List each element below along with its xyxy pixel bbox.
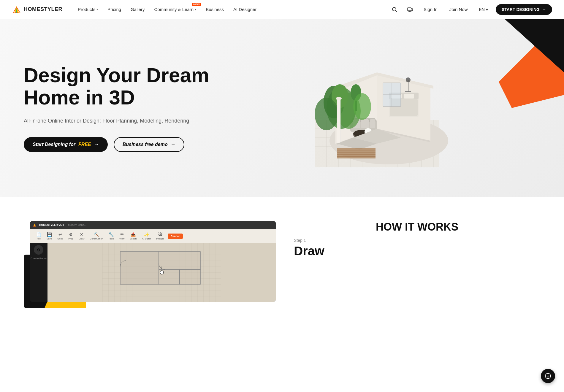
app-screenshot: HOMESTYLER V5.0 Modern Boho... 📄 File 💾 …: [30, 221, 276, 302]
device-button[interactable]: [405, 4, 415, 15]
business-demo-button[interactable]: Business free demo →: [114, 137, 184, 152]
app-export-btn[interactable]: 📤 Export: [128, 231, 138, 241]
clear-icon: ✕: [80, 232, 83, 237]
svg-rect-5: [408, 8, 411, 11]
chevron-down-icon-community: ▾: [195, 8, 196, 11]
how-it-works-left: HOMESTYLER V5.0 Modern Boho... 📄 File 💾 …: [24, 221, 270, 308]
section-title: HOW IT WORKS: [294, 221, 540, 233]
logo-text: HOMESTYLER: [24, 6, 62, 12]
app-logo-icon: [33, 223, 37, 227]
view-icon: 👁: [120, 232, 124, 237]
nav-community[interactable]: Community & Learn NEW ▾: [151, 4, 200, 14]
svg-rect-60: [337, 148, 376, 158]
app-toolbar-row: 📄 File 💾 Save ↩ Undo ⚙ Prop ✕ Clear: [30, 229, 276, 243]
app-images-btn[interactable]: 🖼 Images: [155, 231, 166, 241]
hero-buttons: Start Designing for FREE → Business free…: [24, 137, 214, 152]
images-icon: 🖼: [158, 232, 162, 237]
arrow-icon-secondary: →: [171, 142, 175, 147]
language-selector[interactable]: EN ▾: [476, 5, 491, 14]
prop-icon: ⚙: [69, 232, 73, 237]
new-badge: NEW: [192, 3, 201, 6]
house-3d-svg: [291, 37, 463, 179]
svg-rect-33: [370, 119, 375, 128]
app-sidebar: ⚙ Create Room: [30, 243, 47, 302]
chevron-down-icon-lang: ▾: [486, 7, 488, 12]
svg-line-4: [396, 10, 397, 12]
app-sidebar-gear-btn[interactable]: ⚙: [34, 245, 43, 255]
step-title: Draw: [294, 244, 540, 258]
save-icon: 💾: [47, 232, 52, 237]
svg-point-57: [336, 97, 342, 100]
construction-icon: 🔨: [94, 232, 99, 237]
floorplan-svg: [47, 243, 276, 302]
svg-point-54: [353, 93, 371, 120]
nav-pricing[interactable]: Pricing: [104, 4, 125, 14]
app-prop-btn[interactable]: ⚙ Prop: [66, 231, 75, 241]
chevron-down-icon: ▾: [96, 8, 98, 11]
hero-content: Design Your Dream Home in 3D All-in-one …: [24, 64, 214, 152]
sign-in-button[interactable]: Sign In: [420, 4, 441, 14]
start-designing-nav-button[interactable]: START DESIGNING →: [496, 4, 552, 15]
how-it-works-section: HOMESTYLER V5.0 Modern Boho... 📄 File 💾 …: [0, 197, 564, 320]
file-icon: 📄: [36, 232, 41, 237]
svg-point-53: [315, 98, 338, 130]
house-3d-visual: [291, 37, 463, 179]
svg-point-72: [160, 271, 164, 274]
app-clear-btn[interactable]: ✕ Clear: [77, 231, 86, 241]
svg-rect-71: [180, 269, 200, 284]
svg-rect-39: [404, 94, 414, 99]
nav-business[interactable]: Business: [202, 4, 227, 14]
tools-icon: 🔧: [109, 232, 114, 237]
hero-image-area: [214, 37, 540, 179]
arrow-icon: →: [542, 7, 546, 12]
hero-title: Design Your Dream Home in 3D: [24, 64, 214, 109]
hero-subtitle: All-in-one Online Interior Design: Floor…: [24, 117, 214, 125]
svg-rect-56: [337, 99, 340, 144]
app-construction-btn[interactable]: 🔨 Construction: [88, 231, 105, 241]
how-it-works-right: HOW IT WORKS Step 1 Draw: [294, 221, 540, 258]
nav-ai-designer[interactable]: AI Designer: [230, 4, 260, 14]
svg-rect-68: [120, 252, 159, 284]
step-number: Step 1: [294, 238, 540, 243]
export-icon: 📤: [131, 232, 136, 237]
device-icon: [407, 7, 413, 12]
join-now-button[interactable]: Join Now: [446, 4, 471, 14]
app-tools-btn[interactable]: 🔧 Tools: [107, 231, 116, 241]
logo-link[interactable]: HOMESTYLER: [12, 5, 62, 14]
app-render-btn[interactable]: Render: [168, 234, 183, 239]
svg-rect-69: [159, 252, 200, 269]
navbar: HOMESTYLER Products ▾ Pricing Gallery Co…: [0, 0, 564, 19]
nav-links: Products ▾ Pricing Gallery Community & L…: [74, 4, 389, 14]
app-ai-styler-btn[interactable]: ✨ AI Styler: [140, 231, 153, 241]
nav-products[interactable]: Products ▾: [74, 4, 102, 14]
app-save-btn[interactable]: 💾 Save: [45, 231, 54, 241]
app-view-btn[interactable]: 👁 View: [118, 231, 126, 241]
search-button[interactable]: [389, 4, 400, 15]
app-create-room-btn[interactable]: Create Room: [31, 257, 47, 260]
app-undo-btn[interactable]: ↩ Undo: [56, 231, 65, 241]
nav-right: Sign In Join Now EN ▾ START DESIGNING →: [389, 4, 552, 15]
start-designing-hero-button[interactable]: Start Designing for FREE →: [24, 137, 108, 152]
app-project-name: Modern Boho...: [68, 223, 87, 226]
logo-icon: [12, 5, 21, 14]
search-icon: [392, 7, 397, 12]
app-file-btn[interactable]: 📄 File: [34, 231, 43, 241]
nav-gallery[interactable]: Gallery: [127, 4, 148, 14]
hero-section: Design Your Dream Home in 3D All-in-one …: [0, 19, 564, 197]
app-main-canvas: [47, 243, 276, 302]
ai-styler-icon: ✨: [144, 232, 149, 237]
arrow-icon-primary: →: [94, 142, 99, 147]
app-title: HOMESTYLER V5.0: [39, 223, 64, 226]
undo-icon: ↩: [58, 232, 62, 237]
svg-rect-6: [411, 9, 413, 11]
svg-rect-32: [361, 119, 369, 128]
app-canvas-area: ⚙ Create Room: [30, 243, 276, 302]
